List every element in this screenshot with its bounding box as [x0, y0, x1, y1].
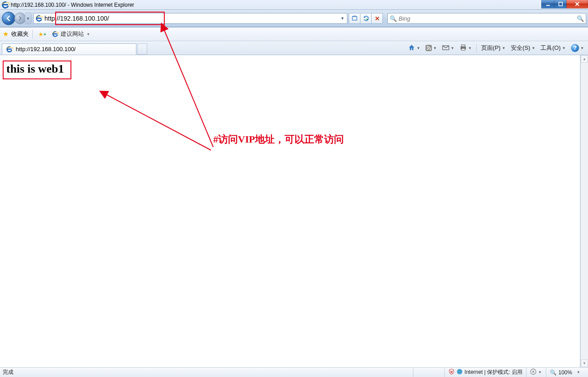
svg-rect-1: [559, 2, 562, 6]
tab-active[interactable]: http://192.168.100.100/: [2, 43, 136, 55]
tab-favicon-icon: [6, 46, 13, 52]
window-title: http://192.168.100.100/ - Windows Intern…: [11, 2, 134, 8]
page-favicon-icon: [35, 15, 43, 22]
tab-bar: http://192.168.100.100/ ▼ ▼ ▼ ▼: [0, 41, 588, 55]
page-content: this is web1 #访问VIP地址，可以正常访问: [0, 55, 580, 367]
close-button[interactable]: [566, 0, 588, 9]
refresh-button[interactable]: [360, 13, 372, 24]
address-history-dropdown[interactable]: ▼: [339, 16, 346, 21]
svg-rect-2: [352, 17, 357, 20]
star-icon: ★: [38, 31, 44, 38]
ie-logo-icon: [2, 1, 9, 9]
favorites-bar: ★ 收藏夹 ★ + 建议网站 ▼: [0, 27, 588, 41]
ie-icon: [52, 31, 58, 37]
separator: [476, 44, 477, 52]
stop-button[interactable]: ✕: [371, 13, 383, 24]
safety-menu-label: 安全(S): [511, 44, 530, 52]
printer-icon: [460, 44, 467, 52]
minimize-button[interactable]: [541, 0, 554, 9]
zone-label: Internet | 保护模式: 启用: [465, 368, 522, 376]
status-mode-cell[interactable]: ▼: [526, 368, 546, 377]
search-go-button[interactable]: 🔍: [577, 15, 584, 22]
tools-menu[interactable]: 工具(O) ▼: [538, 43, 568, 53]
rss-icon: [426, 45, 432, 51]
scroll-track[interactable]: [581, 63, 588, 360]
page-heading: this is web1: [6, 62, 64, 76]
shield-icon: [448, 368, 455, 376]
recent-pages-dropdown[interactable]: ▼: [25, 13, 31, 24]
globe-icon: [456, 368, 463, 376]
protected-mode-icon: [530, 368, 536, 376]
svg-rect-7: [461, 48, 465, 50]
svg-rect-5: [461, 45, 465, 47]
chevron-down-icon: ▼: [451, 46, 454, 50]
tab-title: http://192.168.100.100/: [16, 46, 76, 52]
home-icon: [408, 44, 415, 52]
feeds-button[interactable]: ▼: [423, 43, 439, 52]
svg-rect-0: [546, 5, 550, 6]
zoom-icon: 🔍: [550, 369, 557, 376]
chevron-down-icon: ▼: [538, 370, 542, 374]
zoom-control[interactable]: 🔍 100% ▼: [546, 368, 586, 377]
chevron-down-icon: ▼: [577, 370, 580, 374]
plus-icon: +: [44, 32, 46, 37]
chevron-down-icon: ▼: [433, 46, 437, 50]
add-to-favorites-bar-button[interactable]: ★ +: [36, 30, 48, 39]
annotation-box-heading: this is web1: [3, 61, 71, 79]
tools-menu-label: 工具(O): [540, 44, 561, 52]
svg-point-3: [427, 49, 428, 50]
print-button[interactable]: ▼: [457, 43, 474, 54]
search-icon: 🔍: [390, 15, 397, 22]
chevron-down-icon: ▼: [502, 46, 505, 50]
scroll-down-button[interactable]: ▼: [581, 360, 588, 367]
chevron-down-icon: ▼: [87, 32, 90, 36]
vertical-scrollbar[interactable]: ▲ ▼: [580, 55, 588, 367]
chevron-down-icon: ▼: [580, 46, 584, 50]
security-zone[interactable]: Internet | 保护模式: 启用: [444, 368, 526, 377]
status-bar: 完成 Internet | 保护模式: 启用 ▼ 🔍 100% ▼: [0, 367, 588, 377]
home-button[interactable]: ▼: [406, 43, 422, 54]
annotation-text: #访问VIP地址，可以正常访问: [213, 133, 344, 146]
zoom-level: 100%: [558, 369, 572, 376]
search-input[interactable]: [399, 15, 577, 22]
mail-icon: [442, 44, 449, 52]
suggested-sites-link[interactable]: 建议网站 ▼: [50, 29, 92, 39]
command-bar: ▼ ▼ ▼ ▼ 页面(P) ▼ 安全(S) ▼: [406, 41, 586, 55]
divider: [32, 30, 33, 39]
address-bar[interactable]: ▼: [33, 13, 347, 24]
scroll-up-button[interactable]: ▲: [581, 55, 588, 63]
page-menu-label: 页面(P): [481, 44, 500, 52]
navigation-bar: ▼ ▼ ✕ 🔍 🔍: [0, 10, 588, 27]
new-tab-button[interactable]: [137, 43, 147, 55]
chevron-down-icon: ▼: [562, 46, 566, 50]
chevron-down-icon: ▼: [531, 46, 535, 50]
read-mail-button[interactable]: ▼: [440, 43, 456, 53]
favorites-star-icon[interactable]: ★: [3, 30, 9, 38]
help-button[interactable]: ? ▼: [569, 43, 586, 53]
maximize-button[interactable]: [554, 0, 567, 9]
chevron-down-icon: ▼: [468, 46, 472, 50]
back-button[interactable]: [2, 12, 15, 25]
page-menu[interactable]: 页面(P) ▼: [479, 43, 508, 53]
url-input[interactable]: [44, 14, 339, 23]
forward-button[interactable]: [14, 13, 26, 24]
chevron-down-icon: ▼: [417, 46, 420, 50]
status-text: 完成: [2, 368, 13, 376]
favorites-label[interactable]: 收藏夹: [11, 30, 29, 38]
help-icon: ?: [571, 44, 579, 52]
compat-view-button[interactable]: [349, 13, 360, 24]
safety-menu[interactable]: 安全(S) ▼: [509, 43, 537, 53]
suggested-sites-label: 建议网站: [61, 30, 84, 38]
window-titlebar: http://192.168.100.100/ - Windows Intern…: [0, 0, 588, 10]
status-empty-cell: [413, 368, 444, 377]
svg-point-8: [457, 369, 462, 374]
search-box[interactable]: 🔍 🔍: [387, 13, 586, 24]
